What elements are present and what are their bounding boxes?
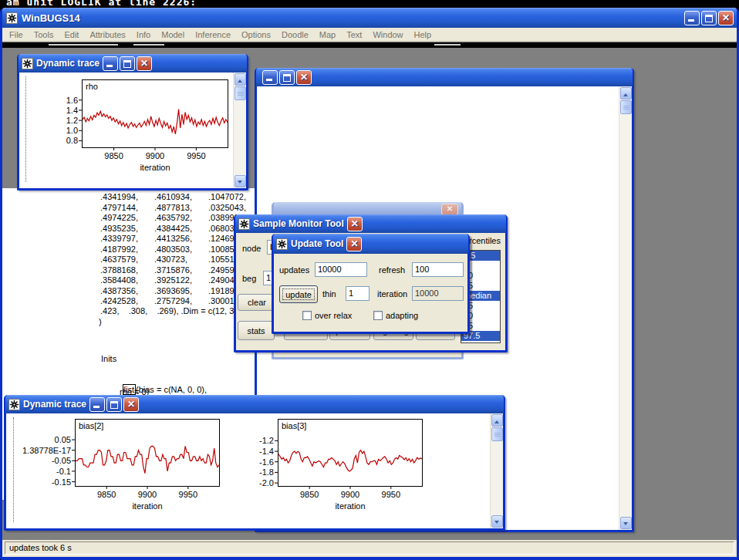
scroll-down-button[interactable] bbox=[620, 517, 632, 529]
stats-button[interactable]: stats bbox=[238, 321, 275, 340]
desktop: am unit LOGLIK at line 2226: WinBUGS14 ✕… bbox=[0, 0, 739, 560]
status-bar: updates took 6 s bbox=[2, 540, 737, 556]
close-button[interactable]: ✕ bbox=[296, 70, 312, 85]
menu-item-edit[interactable]: Edit bbox=[59, 29, 84, 41]
menu-item-inference[interactable]: Inference bbox=[190, 29, 236, 41]
x-tick-label: 9850 bbox=[290, 490, 329, 499]
x-tick-label: 9900 bbox=[331, 490, 370, 499]
update-tool-window: Update Tool ✕ updates 10000 refresh 100 … bbox=[272, 234, 470, 334]
mdi-workspace: .4341994,.4610934,.1047072,.4797144,.487… bbox=[2, 42, 737, 540]
main-titlebar[interactable]: WinBUGS14 ✕ bbox=[2, 8, 737, 28]
close-button[interactable]: ✕ bbox=[346, 237, 362, 251]
over-relax-checkbox[interactable] bbox=[302, 311, 312, 320]
menu-item-map[interactable]: Map bbox=[314, 29, 341, 41]
menu-bar: FileToolsEditAttributesInfoModelInferenc… bbox=[2, 28, 737, 42]
minimize-button[interactable] bbox=[684, 11, 700, 25]
x-tick-label: 9900 bbox=[136, 151, 174, 160]
scroll-thumb[interactable] bbox=[235, 86, 246, 100]
dynamic-trace-window-bias: Dynamic trace ✕ bias[2]0.051.38778E-17-0… bbox=[4, 395, 505, 531]
minimize-button[interactable] bbox=[89, 397, 105, 412]
menu-item-doodle[interactable]: Doodle bbox=[276, 29, 314, 41]
trace1-titlebar[interactable]: Dynamic trace ✕ bbox=[19, 54, 247, 73]
vertical-scrollbar[interactable] bbox=[233, 73, 246, 188]
clear-button[interactable]: clear bbox=[238, 294, 276, 311]
vertical-scrollbar[interactable] bbox=[619, 86, 632, 530]
x-tick-label: 9850 bbox=[95, 151, 133, 160]
x-tick-label: 9950 bbox=[372, 490, 410, 499]
focus-ring bbox=[282, 288, 315, 300]
minimize-button[interactable] bbox=[103, 56, 118, 71]
console-window-fragment: am unit LOGLIK at line 2226: bbox=[0, 0, 739, 8]
app-title: WinBUGS14 bbox=[22, 12, 680, 24]
winbugs-main-window: WinBUGS14 ✕ FileToolsEditAttributesInfoM… bbox=[0, 8, 739, 560]
app-icon bbox=[276, 238, 288, 250]
y-tick-label: 1.4 bbox=[19, 106, 78, 115]
app-icon bbox=[238, 218, 250, 230]
menu-item-window[interactable]: Window bbox=[367, 29, 408, 41]
maximize-button[interactable] bbox=[701, 11, 717, 25]
update-button[interactable]: update bbox=[279, 285, 318, 303]
smt-titlebar[interactable]: Sample Monitor Tool ✕ bbox=[235, 214, 506, 233]
menu-item-options[interactable]: Options bbox=[236, 29, 276, 41]
trace-plot-rho: rho1.61.41.21.00.8985099009950iteration bbox=[82, 79, 228, 148]
close-button[interactable]: ✕ bbox=[123, 397, 139, 412]
vertical-scrollbar[interactable] bbox=[490, 413, 503, 528]
menu-item-file[interactable]: File bbox=[4, 29, 29, 41]
iteration-field: 10000 bbox=[412, 286, 464, 301]
x-tick-label: 9950 bbox=[177, 151, 215, 160]
trace2-titlebar[interactable]: Dynamic trace ✕ bbox=[5, 395, 504, 413]
scroll-thumb[interactable] bbox=[491, 427, 503, 441]
scroll-up-button[interactable] bbox=[620, 87, 632, 100]
close-button[interactable]: ✕ bbox=[718, 11, 734, 25]
scroll-thumb[interactable] bbox=[620, 100, 632, 114]
x-tick-label: 9950 bbox=[169, 490, 208, 499]
app-icon bbox=[22, 58, 33, 69]
menu-item-tools[interactable]: Tools bbox=[29, 29, 59, 41]
y-tick-label: -0.05 bbox=[6, 456, 71, 465]
data-matrix-row: .4341994,.4610934,.1047072, bbox=[100, 192, 262, 203]
menu-item-attributes[interactable]: Attributes bbox=[84, 29, 130, 41]
adapting-label: adapting bbox=[386, 311, 418, 320]
maximize-button[interactable] bbox=[120, 56, 135, 71]
maximize-button[interactable] bbox=[106, 397, 122, 412]
trace-plot-bias2: bias[2]0.051.38778E-17-0.05-0.1-0.159850… bbox=[75, 419, 220, 487]
scroll-up-button[interactable] bbox=[235, 73, 246, 86]
inits-heading: Inits bbox=[101, 354, 116, 363]
refresh-input[interactable]: 100 bbox=[412, 262, 464, 277]
x-axis-label: iteration bbox=[76, 501, 219, 511]
y-tick-label: 0.05 bbox=[6, 435, 71, 444]
updates-label: updates bbox=[279, 265, 309, 275]
minimize-button[interactable] bbox=[262, 70, 278, 85]
adapting-checkbox[interactable] bbox=[373, 311, 383, 320]
beg-label: beg bbox=[242, 274, 256, 283]
menu-item-help[interactable]: Help bbox=[409, 29, 437, 41]
plot-title: bias[2] bbox=[79, 421, 103, 430]
console-text: am unit LOGLIK at line 2226: bbox=[6, 0, 197, 8]
app-icon bbox=[6, 12, 18, 24]
trace1-title: Dynamic trace bbox=[36, 58, 100, 69]
close-button[interactable]: ✕ bbox=[137, 56, 152, 71]
thin-label: thin bbox=[322, 289, 336, 299]
maximize-button[interactable] bbox=[279, 70, 295, 85]
menu-item-info[interactable]: Info bbox=[131, 29, 156, 41]
thin-input[interactable]: 1 bbox=[346, 286, 370, 301]
over-relax-label: over relax bbox=[315, 311, 352, 320]
close-button[interactable]: ✕ bbox=[441, 204, 458, 215]
x-axis-label: iteration bbox=[278, 501, 422, 511]
updates-input[interactable]: 10000 bbox=[315, 262, 367, 277]
y-tick-label: 1.2 bbox=[19, 116, 78, 125]
scroll-up-button[interactable] bbox=[491, 414, 503, 427]
dynamic-trace-window-rho: Dynamic trace ✕ rho1.61.41.21.00.8985099… bbox=[17, 54, 248, 191]
update-tool-title: Update Tool bbox=[291, 238, 343, 249]
node-label: node bbox=[242, 244, 261, 253]
update-tool-titlebar[interactable]: Update Tool ✕ bbox=[273, 234, 468, 254]
scroll-down-button[interactable] bbox=[491, 515, 503, 528]
menu-item-model[interactable]: Model bbox=[156, 29, 190, 41]
close-button[interactable]: ✕ bbox=[347, 217, 363, 231]
scroll-down-button[interactable] bbox=[235, 175, 246, 187]
menu-item-text[interactable]: Text bbox=[341, 29, 367, 41]
status-message: updates took 6 s bbox=[5, 541, 734, 555]
document-main-titlebar[interactable]: ✕ bbox=[256, 68, 633, 86]
x-tick-label: 9900 bbox=[128, 490, 167, 499]
y-tick-label: -1.2 bbox=[204, 436, 274, 445]
